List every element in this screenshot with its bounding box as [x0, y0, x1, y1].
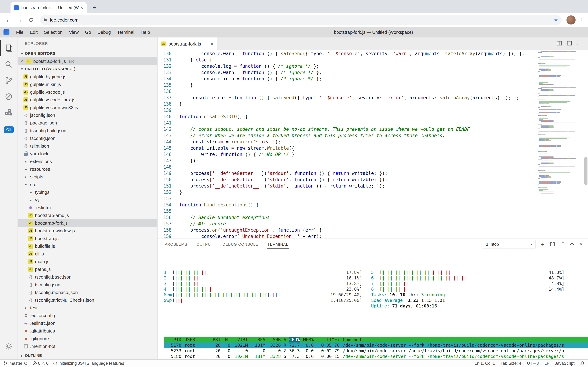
- menu-edit[interactable]: Edit: [27, 28, 41, 36]
- back-icon[interactable]: ←: [3, 15, 13, 25]
- tree-item-bootstrap-fork.js[interactable]: JSbootstrap-fork.js: [18, 219, 157, 227]
- htop-col-mem[interactable]: MEM%: [300, 337, 314, 342]
- menu-file[interactable]: File: [13, 28, 27, 36]
- open-editor-item[interactable]: × JS bootstrap-fork.js src: [18, 58, 157, 65]
- tree-item-.mention-bot[interactable]: .mention-bot: [18, 342, 157, 350]
- htop-col-pid[interactable]: PID: [164, 337, 181, 342]
- tree-item-typings[interactable]: ▸typings: [18, 188, 157, 196]
- settings-gear-icon[interactable]: [0, 338, 17, 354]
- editor-tab[interactable]: JS bootstrap-fork.js ×: [157, 37, 217, 50]
- bookmark-star-icon[interactable]: ★: [554, 17, 558, 23]
- cursor-position[interactable]: Ln 1, Col 1: [475, 361, 495, 366]
- minimap[interactable]: [538, 51, 580, 194]
- tree-item-main.js[interactable]: JSmain.js: [18, 258, 157, 266]
- scrollbar-thumb[interactable]: [584, 157, 588, 185]
- workspace-header[interactable]: ▾ UNTITLED (WORKSPACE): [18, 65, 157, 73]
- source-control-icon[interactable]: [0, 73, 17, 89]
- htop-col-virt[interactable]: VIRT: [230, 337, 248, 342]
- search-icon[interactable]: [0, 56, 17, 73]
- tab-size[interactable]: Tab Size: 4: [500, 361, 521, 366]
- panel-tab-output[interactable]: OUTPUT: [196, 240, 214, 249]
- menu-help[interactable]: Help: [137, 28, 153, 36]
- tree-item-.eslintrc[interactable]: ◉.eslintrc: [18, 204, 157, 211]
- new-terminal-icon[interactable]: +: [541, 241, 545, 248]
- tree-item-gulpfile.vscode.linux.js[interactable]: JSgulpfile.vscode.linux.js: [18, 96, 157, 104]
- htop-col-user[interactable]: USER: [181, 337, 207, 342]
- split-editor-icon[interactable]: [557, 41, 562, 47]
- tree-item-yarn.lock[interactable]: yarn.lock: [18, 150, 157, 158]
- extensions-icon[interactable]: [0, 105, 17, 121]
- panel-tab-debug-console[interactable]: DEBUG CONSOLE: [222, 240, 259, 249]
- code-editor[interactable]: 130 console.warn = function () { safeSen…: [157, 50, 588, 238]
- tree-item-extensions[interactable]: ▸extensions: [18, 158, 157, 165]
- debug-icon[interactable]: [0, 89, 17, 105]
- problems-item[interactable]: 0 △ 0: [33, 361, 49, 366]
- language-mode[interactable]: JavaScript: [555, 361, 574, 366]
- tree-item-gulpfile.vscode.win32.js[interactable]: JSgulpfile.vscode.win32.js: [18, 104, 157, 111]
- panel-tab-terminal[interactable]: TERMINAL: [267, 240, 289, 249]
- terminal-view[interactable]: 1[||||||||||||17.8%]5[||||||||||||||||||…: [157, 250, 588, 359]
- tree-item-bootstrap-amd.js[interactable]: JSbootstrap-amd.js: [18, 211, 157, 219]
- tree-item-gulpfile.hygiene.js[interactable]: JSgulpfile.hygiene.js: [18, 73, 157, 81]
- close-icon[interactable]: ×: [21, 59, 26, 64]
- git-branch-item[interactable]: master: [3, 361, 28, 366]
- tree-item-buildfile.js[interactable]: JSbuildfile.js: [18, 242, 157, 250]
- htop-col-time[interactable]: TIME+: [314, 337, 340, 342]
- outline-header[interactable]: ▸ OUTLINE: [18, 352, 157, 359]
- menu-debug[interactable]: Debug: [94, 28, 114, 36]
- tree-item-tsconfig.build.json[interactable]: {}tsconfig.build.json: [18, 127, 157, 134]
- menu-terminal[interactable]: Terminal: [114, 28, 137, 36]
- htop-col-command[interactable]: Command: [340, 337, 588, 342]
- menu-selection[interactable]: Selection: [41, 28, 66, 36]
- tree-item-vs[interactable]: ▸vs: [18, 196, 157, 204]
- open-editors-header[interactable]: ▾ OPEN EDITORS: [18, 50, 157, 58]
- kill-terminal-icon[interactable]: [561, 242, 565, 247]
- tab-close-icon[interactable]: ×: [79, 5, 84, 10]
- tree-item-.editorconfig[interactable]: ⚙.editorconfig: [18, 312, 157, 319]
- htop-col-shr[interactable]: SHR: [265, 337, 281, 342]
- htop-col-cpu[interactable]: CPU%: [289, 337, 300, 342]
- new-tab-button[interactable]: +: [90, 3, 99, 12]
- tree-item-cli.js[interactable]: JScli.js: [18, 250, 157, 258]
- tree-item-tslint.json[interactable]: {}tslint.json: [18, 142, 157, 150]
- browser-menu-icon[interactable]: ⋮: [578, 17, 585, 23]
- reload-icon[interactable]: [26, 15, 36, 25]
- explorer-icon[interactable]: [0, 40, 17, 56]
- htop-col-pri[interactable]: PRI: [207, 337, 221, 342]
- tree-item-jsconfig.json[interactable]: {}jsconfig.json: [18, 111, 157, 119]
- menu-go[interactable]: Go: [82, 28, 94, 36]
- close-panel-icon[interactable]: ×: [580, 241, 583, 247]
- avatar[interactable]: [566, 15, 576, 25]
- htop-row-5178[interactable]: 5178root2001021M181M3328R72.70.60:05.70/…: [164, 342, 588, 348]
- maximize-panel-icon[interactable]: [571, 243, 574, 246]
- tree-item-scripts[interactable]: ▸scripts: [18, 173, 157, 181]
- tree-item-.gitattributes[interactable]: ◆.gitattributes: [18, 327, 157, 335]
- panel-tab-problems[interactable]: PROBLEMS: [164, 240, 188, 249]
- htop-col-ni[interactable]: NI: [221, 337, 230, 342]
- tree-item-resources[interactable]: ▸resources: [18, 165, 157, 173]
- tree-item-bootstrap-window.js[interactable]: JSbootstrap-window.js: [18, 227, 157, 235]
- encoding[interactable]: UTF-8: [527, 361, 539, 366]
- tree-item-gulpfile.vscode.js[interactable]: JSgulpfile.vscode.js: [18, 88, 157, 96]
- tree-item-tsconfig.json[interactable]: {}tsconfig.json: [18, 134, 157, 142]
- tree-item-test[interactable]: ▸test: [18, 304, 157, 312]
- tree-item-tsconfig.json[interactable]: {}tsconfig.json: [18, 281, 157, 289]
- terminal-select[interactable]: 1: htop ▾: [483, 240, 536, 249]
- editor-scrollbar[interactable]: [584, 50, 588, 238]
- editor-tab-close-icon[interactable]: ×: [211, 41, 213, 47]
- tree-item-tsconfig.base.json[interactable]: {}tsconfig.base.json: [18, 273, 157, 281]
- tree-item-paths.js[interactable]: JSpaths.js: [18, 266, 157, 273]
- tree-item-src[interactable]: ▾src: [18, 181, 157, 188]
- status-message[interactable]: Initializing JS/TS language features: [53, 361, 124, 366]
- forward-icon[interactable]: →: [15, 15, 25, 25]
- menu-view[interactable]: View: [66, 28, 82, 36]
- tree-item-.eslintrc.json[interactable]: ◉.eslintrc.json: [18, 319, 157, 327]
- tree-item-package.json[interactable]: {}package.json: [18, 119, 157, 127]
- split-terminal-icon[interactable]: [550, 242, 555, 247]
- eol[interactable]: LF: [544, 361, 549, 366]
- htop-col-s[interactable]: S: [281, 337, 289, 342]
- htop-row-5233[interactable]: 5233root200000Z36.30.00:02.79/dev/shm/bi…: [164, 348, 588, 354]
- app-logo-icon[interactable]: [3, 29, 9, 35]
- notifications-bell-icon[interactable]: [580, 361, 585, 366]
- more-actions-icon[interactable]: ···: [577, 41, 583, 47]
